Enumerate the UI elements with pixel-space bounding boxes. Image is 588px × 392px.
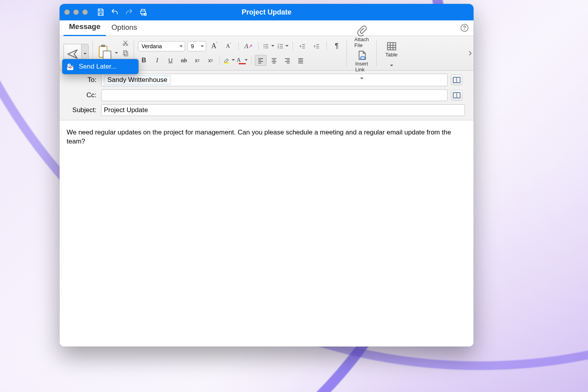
window-controls (64, 9, 88, 15)
numbered-list-button[interactable]: 123 (277, 41, 289, 52)
highlight-color-button[interactable] (223, 55, 235, 66)
svg-rect-18 (387, 42, 396, 50)
message-body[interactable]: We need regular updates on the project f… (60, 120, 474, 347)
send-options-menu: Send Later... (62, 59, 139, 74)
cc-address-book-button[interactable] (451, 90, 463, 101)
message-body-text: We need regular updates on the project f… (67, 129, 451, 145)
font-size-value: 9 (191, 43, 194, 49)
bulleted-list-button[interactable] (263, 41, 274, 52)
to-field[interactable]: Sandy Writtenhouse (101, 74, 448, 86)
attach-file-label: Attach File (354, 36, 369, 48)
svg-point-10 (263, 44, 264, 45)
svg-point-2 (464, 29, 465, 30)
send-later-menu-item[interactable]: Send Later... (62, 59, 138, 74)
ribbon-tabs: Message Options (60, 20, 474, 36)
cut-icon[interactable] (121, 39, 130, 47)
ribbon-expand-button[interactable] (467, 45, 473, 61)
subject-value: Project Update (104, 106, 148, 114)
decrease-indent-button[interactable] (297, 41, 309, 52)
subject-label: Subject: (63, 106, 98, 114)
font-family-select[interactable]: Verdana (138, 41, 185, 51)
minimize-window-button[interactable] (73, 9, 79, 15)
cc-field[interactable] (101, 89, 448, 101)
titlebar: Project Update (60, 4, 474, 20)
to-recipient-chip[interactable]: Sandy Writtenhouse (104, 75, 171, 85)
tab-options[interactable]: Options (106, 20, 142, 36)
svg-rect-4 (101, 45, 105, 47)
to-address-book-button[interactable] (451, 74, 463, 85)
close-window-button[interactable] (64, 9, 70, 15)
svg-point-11 (263, 45, 264, 46)
table-label: Table (385, 52, 397, 58)
table-button[interactable]: Table (381, 38, 402, 60)
font-family-value: Verdana (142, 43, 162, 49)
table-dropdown[interactable] (389, 61, 394, 68)
subject-field[interactable]: Project Update (101, 104, 465, 116)
svg-text:3: 3 (278, 47, 279, 49)
subscript-button[interactable]: x2 (191, 55, 203, 66)
grow-font-button[interactable]: Aˆ (209, 41, 220, 52)
quick-access-toolbar (96, 8, 147, 16)
underline-button[interactable]: U (165, 55, 176, 66)
send-later-label: Send Later... (79, 63, 116, 71)
italic-button[interactable]: I (151, 55, 163, 66)
show-paragraph-marks-button[interactable]: ¶ (331, 41, 343, 52)
save-icon[interactable] (96, 8, 105, 16)
bold-button[interactable]: B (138, 55, 150, 66)
svg-rect-8 (123, 51, 127, 55)
paste-dropdown[interactable] (115, 50, 120, 57)
font-size-select[interactable]: 9 (187, 41, 206, 51)
svg-rect-16 (224, 62, 229, 63)
clear-formatting-button[interactable]: A (243, 41, 254, 52)
strikethrough-button[interactable]: ab (178, 55, 190, 66)
print-icon[interactable] (139, 8, 147, 16)
undo-icon[interactable] (111, 8, 119, 16)
justify-button[interactable] (295, 55, 307, 66)
align-right-button[interactable] (281, 55, 293, 66)
to-label: To: (63, 76, 98, 84)
help-icon[interactable] (460, 24, 469, 32)
svg-point-17 (360, 57, 365, 60)
shrink-font-button[interactable]: Aˇ (223, 41, 234, 52)
zoom-window-button[interactable] (82, 9, 88, 15)
insert-link-button[interactable]: Insert Link (351, 50, 372, 73)
increase-indent-button[interactable] (311, 41, 323, 52)
align-center-button[interactable] (268, 55, 280, 66)
font-color-button[interactable]: A (236, 55, 248, 66)
superscript-button[interactable]: x2 (205, 55, 216, 66)
copy-icon[interactable] (121, 49, 130, 58)
compose-window: Project Update Message Options (60, 4, 474, 347)
insert-link-label: Insert Link (355, 61, 368, 73)
insert-group-options[interactable] (359, 74, 365, 81)
svg-point-12 (263, 47, 264, 48)
attach-file-button[interactable]: Attach File (351, 25, 372, 48)
svg-rect-9 (125, 52, 128, 56)
redo-icon[interactable] (125, 8, 133, 16)
align-left-button[interactable] (255, 55, 267, 66)
message-headers: To: Sandy Writtenhouse Cc: Subject: Proj… (60, 71, 474, 120)
cc-label: Cc: (63, 91, 98, 99)
tab-message[interactable]: Message (64, 19, 106, 36)
